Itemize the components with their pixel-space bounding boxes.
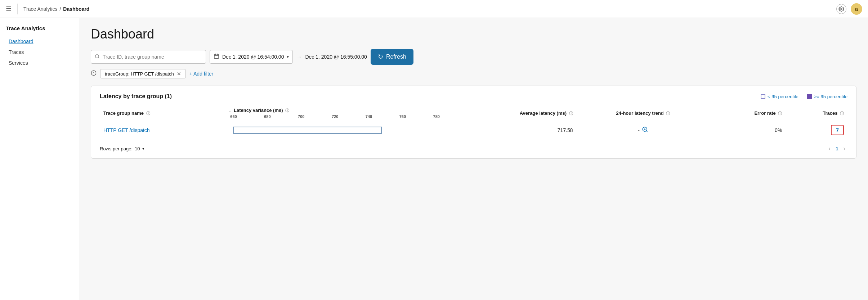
filter-tag-label: traceGroup: HTTP GET /dispatch bbox=[105, 71, 174, 77]
th-traces: Traces ⓘ bbox=[786, 105, 847, 121]
zoom-in-icon[interactable] bbox=[642, 126, 648, 134]
search-icon bbox=[95, 54, 100, 60]
table-card-title: Latency by trace group (1) bbox=[100, 93, 172, 100]
date-picker[interactable]: Dec 1, 2020 @ 16:54:00.00 ▾ bbox=[210, 50, 293, 64]
axis-760: 760 bbox=[399, 114, 406, 119]
rows-per-page-chevron: ▾ bbox=[142, 146, 144, 151]
th-24hr-trend: 24-hour latency trend ⓘ bbox=[577, 105, 710, 121]
data-table: Trace group name ⓘ ↓ Latency variance (m… bbox=[100, 105, 847, 139]
svg-line-11 bbox=[646, 131, 647, 132]
th-traces-help-icon: ⓘ bbox=[840, 111, 844, 115]
td-error-rate: 0% bbox=[710, 121, 786, 139]
legend-outline-box bbox=[761, 94, 765, 99]
layout: Trace Analytics Dashboard Traces Service… bbox=[0, 18, 868, 300]
date-dropdown-icon: ▾ bbox=[287, 54, 289, 59]
breadcrumb: Trace Analytics / Dashboard bbox=[23, 6, 89, 12]
axis-720: 720 bbox=[332, 114, 338, 119]
axis-660: 660 bbox=[230, 114, 237, 119]
td-24hr-trend: - bbox=[577, 121, 710, 139]
rows-per-page-label: Rows per page: bbox=[100, 146, 133, 151]
pagination-next-button[interactable]: › bbox=[841, 145, 847, 153]
pagination-controls: ‹ 1 › bbox=[827, 145, 847, 153]
main-content: Dashboard Dec 1, 2020 @ 16:54:00.00 ▾ → … bbox=[79, 18, 868, 300]
td-trace-name: HTTP GET /dispatch bbox=[100, 121, 225, 139]
th-error-rate: Error rate ⓘ bbox=[710, 105, 786, 121]
td-traces: 7 bbox=[786, 121, 847, 139]
settings-icon[interactable] bbox=[836, 4, 846, 14]
breadcrumb-parent[interactable]: Trace Analytics bbox=[23, 6, 57, 12]
th-24hr-trend-label: 24-hour latency trend bbox=[616, 110, 664, 116]
th-trace-group-name: Trace group name ⓘ bbox=[100, 105, 225, 121]
avatar[interactable]: a bbox=[851, 3, 862, 15]
svg-point-1 bbox=[95, 54, 99, 58]
th-avg-latency-help-icon: ⓘ bbox=[569, 111, 573, 115]
svg-point-0 bbox=[841, 8, 842, 10]
sort-down-icon[interactable]: ↓ bbox=[229, 108, 231, 113]
sidebar-item-traces[interactable]: Traces bbox=[6, 47, 73, 57]
legend-item-outline: < 95 percentile bbox=[761, 94, 798, 99]
legend-filled-box bbox=[807, 94, 812, 99]
td-avg-latency: 717.58 bbox=[445, 121, 577, 139]
sidebar-item-services[interactable]: Services bbox=[6, 58, 73, 68]
legend-item-filled: >= 95 percentile bbox=[807, 94, 847, 99]
legend-outline-label: < 95 percentile bbox=[768, 94, 798, 99]
th-traces-label: Traces bbox=[823, 110, 837, 116]
date-arrow: → bbox=[296, 54, 301, 60]
filter-icon bbox=[91, 70, 97, 77]
search-box[interactable] bbox=[91, 50, 206, 64]
page-title: Dashboard bbox=[91, 27, 856, 42]
menu-icon[interactable]: ☰ bbox=[6, 5, 12, 13]
table-row: HTTP GET /dispatch 717.58 - bbox=[100, 121, 847, 139]
table-header-row: Trace group name ⓘ ↓ Latency variance (m… bbox=[100, 105, 847, 121]
pagination-prev-button[interactable]: ‹ bbox=[827, 145, 833, 153]
controls-row: Dec 1, 2020 @ 16:54:00.00 ▾ → Dec 1, 202… bbox=[91, 49, 856, 65]
filter-tag-close-icon[interactable]: ✕ bbox=[177, 71, 181, 77]
date-end: Dec 1, 2020 @ 16:55:00.00 bbox=[305, 54, 367, 60]
refresh-label: Refresh bbox=[386, 54, 406, 60]
th-error-rate-help-icon: ⓘ bbox=[778, 111, 782, 115]
table-card-header: Latency by trace group (1) < 95 percenti… bbox=[100, 93, 847, 100]
breadcrumb-separator: / bbox=[59, 6, 61, 12]
th-error-rate-label: Error rate bbox=[754, 110, 775, 116]
breadcrumb-current: Dashboard bbox=[63, 6, 89, 12]
traces-count-highlighted[interactable]: 7 bbox=[831, 125, 844, 135]
axis-700: 700 bbox=[298, 114, 304, 119]
th-latency-variance-label: Latency variance (ms) bbox=[234, 108, 283, 113]
th-trace-group-name-help-icon: ⓘ bbox=[146, 111, 150, 115]
legend-filled-label: >= 95 percentile bbox=[814, 94, 847, 99]
topbar: ☰ Trace Analytics / Dashboard a bbox=[0, 0, 868, 18]
date-start: Dec 1, 2020 @ 16:54:00.00 bbox=[222, 54, 284, 60]
error-rate-value: 0% bbox=[775, 127, 782, 133]
th-24hr-trend-help-icon: ⓘ bbox=[666, 111, 670, 115]
th-avg-latency-label: Average latency (ms) bbox=[520, 110, 567, 116]
refresh-button[interactable]: ↻ Refresh bbox=[371, 49, 413, 65]
trend-dash: - bbox=[638, 127, 640, 133]
rows-per-page-value: 10 bbox=[135, 146, 140, 151]
th-latency-variance: ↓ Latency variance (ms) ⓘ 660 680 700 72… bbox=[225, 105, 445, 121]
table-card: Latency by trace group (1) < 95 percenti… bbox=[91, 86, 856, 159]
th-latency-variance-help-icon: ⓘ bbox=[285, 108, 289, 113]
sidebar-title: Trace Analytics bbox=[6, 25, 73, 31]
calendar-icon bbox=[214, 53, 219, 60]
add-filter-button[interactable]: + Add filter bbox=[189, 71, 214, 77]
axis-680: 680 bbox=[264, 114, 270, 119]
filter-tag[interactable]: traceGroup: HTTP GET /dispatch ✕ bbox=[100, 69, 186, 78]
axis-780: 780 bbox=[433, 114, 440, 119]
axis-740: 740 bbox=[366, 114, 372, 119]
svg-line-2 bbox=[98, 57, 99, 58]
th-trace-group-name-label: Trace group name bbox=[103, 110, 144, 116]
topbar-divider bbox=[17, 4, 18, 14]
legend: < 95 percentile >= 95 percentile bbox=[761, 94, 847, 99]
svg-rect-3 bbox=[214, 54, 219, 59]
pagination-current-page[interactable]: 1 bbox=[836, 146, 838, 151]
sidebar-item-dashboard[interactable]: Dashboard bbox=[6, 36, 73, 46]
sidebar: Trace Analytics Dashboard Traces Service… bbox=[0, 18, 79, 300]
th-avg-latency: Average latency (ms) ⓘ bbox=[445, 105, 577, 121]
trace-name-link[interactable]: HTTP GET /dispatch bbox=[103, 127, 150, 133]
refresh-icon: ↻ bbox=[378, 53, 383, 61]
pagination-row: Rows per page: 10 ▾ ‹ 1 › bbox=[100, 145, 847, 153]
td-latency-variance bbox=[225, 121, 445, 139]
trend-cell: - bbox=[580, 126, 706, 134]
search-input[interactable] bbox=[103, 54, 189, 60]
rows-per-page[interactable]: Rows per page: 10 ▾ bbox=[100, 146, 144, 151]
